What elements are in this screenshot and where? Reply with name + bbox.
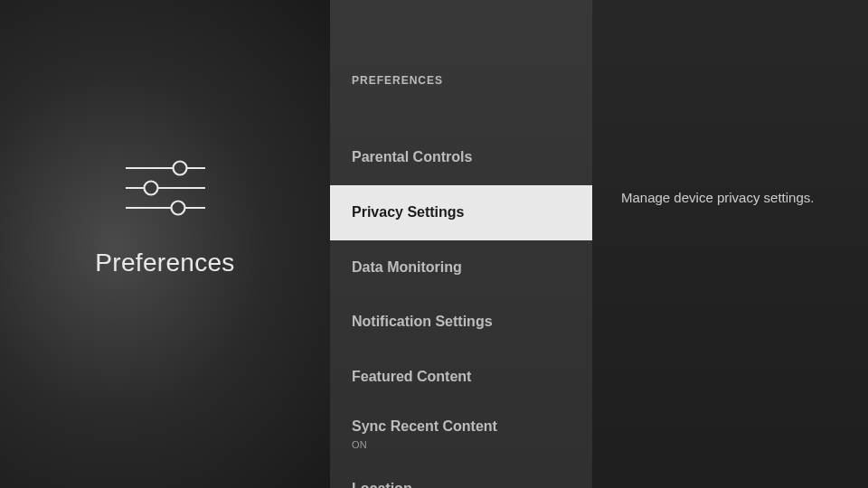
menu-item-parental-controls[interactable]: Parental Controls [330, 130, 592, 185]
menu-item-label: Notification Settings [352, 314, 493, 329]
menu-item-label: Parental Controls [352, 149, 472, 164]
svg-point-1 [173, 162, 186, 175]
description-panel: Manage device privacy settings. [592, 0, 868, 488]
menu-item-privacy-settings[interactable]: Privacy Settings [330, 185, 592, 240]
section-header: PREFERENCES [330, 0, 592, 87]
menu-item-label: Featured Content [352, 369, 471, 384]
menu-item-label: Sync Recent Content [352, 418, 497, 434]
svg-point-3 [144, 182, 157, 195]
menu-item-label: Privacy Settings [352, 204, 465, 220]
menu-item-location[interactable]: Location [330, 462, 592, 488]
menu-panel: PREFERENCES Parental Controls Privacy Se… [330, 0, 592, 488]
menu-item-data-monitoring[interactable]: Data Monitoring [330, 240, 592, 296]
menu-item-featured-content[interactable]: Featured Content [330, 350, 592, 405]
left-info-panel: Preferences [0, 0, 330, 488]
menu-item-sublabel: ON [352, 438, 571, 451]
menu-item-notification-settings[interactable]: Notification Settings [330, 295, 592, 350]
menu-item-sync-recent-content[interactable]: Sync Recent Content ON [330, 405, 592, 462]
item-description: Manage device privacy settings. [621, 188, 839, 207]
left-panel-title: Preferences [95, 249, 234, 277]
sliders-icon [120, 156, 211, 223]
menu-item-label: Location [352, 481, 412, 488]
menu-list: Parental Controls Privacy Settings Data … [330, 130, 592, 488]
svg-point-5 [171, 202, 184, 215]
menu-item-label: Data Monitoring [352, 259, 462, 275]
